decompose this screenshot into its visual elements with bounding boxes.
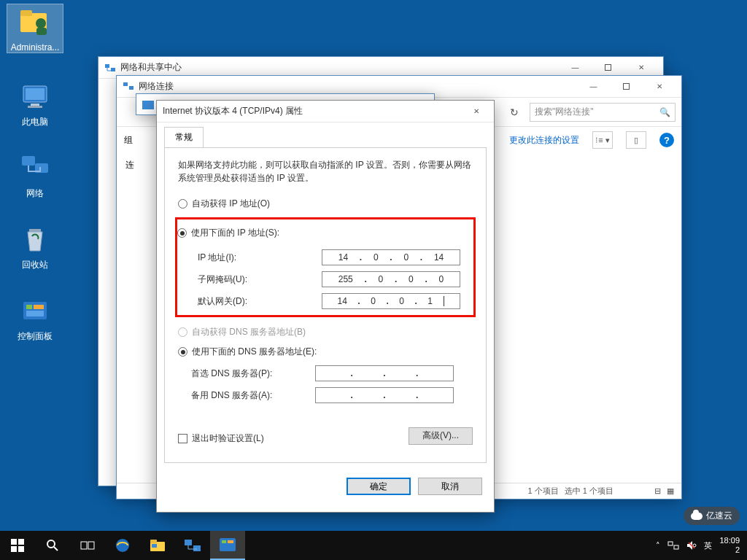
taskbar-ie[interactable]	[105, 531, 140, 560]
tray-network-icon[interactable]	[667, 540, 679, 551]
radio-label: 自动获得 DNS 服务器地址(B)	[192, 326, 306, 338]
svg-rect-7	[28, 106, 42, 108]
default-gateway-input[interactable]: 14. 0. 0. 1	[322, 293, 460, 309]
svg-rect-14	[26, 311, 44, 316]
radio-icon	[177, 228, 187, 238]
dialog-footer: 确定 取消	[157, 470, 494, 507]
radio-use-dns[interactable]: 使用下面的 DNS 服务器地址(E):	[178, 346, 473, 358]
taskbar-network-connections[interactable]	[175, 531, 210, 560]
ok-button[interactable]: 确定	[347, 478, 411, 495]
radio-icon	[178, 199, 187, 209]
radio-use-ip[interactable]: 使用下面的 IP 地址(S):	[177, 227, 466, 239]
radio-icon	[178, 347, 187, 357]
svg-rect-10	[29, 229, 41, 232]
taskbar-clock[interactable]: 18:09 2	[719, 536, 740, 555]
svg-rect-1	[20, 10, 32, 16]
network-center-icon	[104, 62, 116, 74]
advanced-button[interactable]: 高级(V)...	[409, 427, 473, 445]
cloud-icon	[691, 513, 703, 520]
desktop-icon-label: 回收站	[22, 260, 48, 270]
svg-point-38	[693, 544, 696, 547]
svg-point-24	[47, 540, 55, 548]
svg-rect-34	[222, 540, 226, 543]
field-alternate-dns: 备用 DNS 服务器(A): ...	[178, 387, 473, 403]
desktop-icon-recycle-bin[interactable]: 回收站	[7, 222, 63, 270]
watermark: 亿速云	[684, 507, 740, 525]
svg-rect-37	[674, 545, 678, 549]
search-icon: 🔍	[659, 107, 670, 117]
taskbar: ˄ 英 18:09 2	[0, 531, 747, 560]
recycle-bin-icon	[18, 222, 53, 257]
tab-general[interactable]: 常规	[164, 127, 204, 147]
search-placeholder: 搜索"网络连接"	[535, 106, 594, 118]
clock-time: 18:09	[719, 536, 740, 545]
field-ip-address: IP 地址(I): 14. 0. 0. 14	[185, 249, 466, 265]
task-view-button[interactable]	[70, 531, 105, 560]
intro-text: 如果网络支持此功能，则可以获取自动指派的 IP 设置。否则，你需要从网络系统管理…	[178, 158, 473, 184]
checkbox-label: 退出时验证设置(L)	[192, 432, 264, 445]
svg-rect-20	[11, 539, 17, 545]
radio-auto-ip[interactable]: 自动获得 IP 地址(O)	[178, 198, 473, 210]
desktop-icon-control-panel[interactable]: 控制面板	[7, 293, 63, 341]
status-selected-count: 选中 1 个项目	[565, 486, 614, 497]
window-title: 网络连接	[139, 80, 174, 93]
svg-rect-29	[150, 540, 157, 543]
svg-rect-17	[123, 82, 128, 86]
radio-auto-dns: 自动获得 DNS 服务器地址(B)	[178, 326, 473, 338]
preview-pane-button[interactable]: ▯	[626, 131, 646, 149]
checkbox-icon	[178, 434, 187, 443]
taskbar-control-panel[interactable]	[210, 531, 245, 560]
desktop-icon-network[interactable]: 网络	[7, 150, 63, 198]
start-button[interactable]	[0, 531, 35, 560]
checkbox-validate-on-exit[interactable]: 退出时验证设置(L)	[178, 432, 264, 445]
field-label: 子网掩码(U):	[198, 273, 322, 286]
svg-rect-25	[81, 542, 87, 549]
maximize-button[interactable]	[610, 76, 643, 97]
refresh-icon[interactable]: ↻	[503, 101, 525, 123]
close-button[interactable]: ✕	[465, 101, 488, 122]
preferred-dns-input[interactable]: ...	[315, 365, 454, 381]
svg-rect-21	[18, 539, 24, 545]
close-button[interactable]: ✕	[643, 76, 676, 97]
desktop-icon-label: 控制面板	[18, 331, 53, 341]
dialog-title: Internet 协议版本 4 (TCP/IPv4) 属性	[163, 105, 303, 117]
svg-rect-3	[36, 28, 47, 35]
view-large-icon[interactable]: ▦	[667, 486, 674, 496]
cmd-label-partial: 组	[124, 134, 133, 147]
view-details-icon[interactable]: ⊟	[654, 486, 661, 496]
network-icon	[18, 150, 53, 185]
field-label: 默认网关(D):	[198, 295, 322, 308]
svg-rect-30	[152, 544, 157, 548]
search-input[interactable]: 搜索"网络连接" 🔍	[530, 103, 676, 122]
field-label: 备用 DNS 服务器(A):	[191, 389, 315, 402]
titlebar[interactable]: Internet 协议版本 4 (TCP/IPv4) 属性 ✕	[157, 101, 494, 122]
desktop-icon-administrator[interactable]: Administra...	[7, 4, 63, 52]
subnet-mask-input[interactable]: 255. 0. 0. 0	[322, 271, 460, 287]
tray-up-icon[interactable]: ˄	[656, 541, 660, 551]
alternate-dns-input[interactable]: ...	[315, 387, 454, 403]
monitor-icon	[18, 79, 53, 114]
cancel-button[interactable]: 取消	[418, 478, 482, 495]
svg-point-2	[36, 18, 46, 28]
change-connection-settings-link[interactable]: 更改此连接的设置	[509, 134, 579, 147]
field-label: IP 地址(I):	[198, 252, 322, 264]
help-icon[interactable]: ?	[659, 133, 674, 147]
watermark-text: 亿速云	[706, 510, 732, 522]
desktop-icon-label: Administra...	[11, 42, 60, 52]
taskbar-explorer[interactable]	[140, 531, 175, 560]
view-options-button[interactable]: ⁝≡ ▾	[592, 131, 613, 149]
ime-indicator[interactable]: 英	[704, 540, 712, 551]
svg-rect-23	[18, 546, 24, 552]
svg-rect-12	[26, 305, 32, 309]
search-button[interactable]	[35, 531, 70, 560]
svg-rect-13	[34, 305, 44, 309]
tray-volume-icon[interactable]	[686, 540, 697, 551]
dialog-ipv4-properties: Internet 协议版本 4 (TCP/IPv4) 属性 ✕ 常规 如果网络支…	[156, 100, 495, 513]
radio-icon	[178, 327, 187, 337]
svg-rect-15	[105, 64, 109, 68]
ethernet-icon	[142, 99, 154, 111]
clock-date-partial: 2	[719, 545, 740, 555]
ip-address-input[interactable]: 14. 0. 0. 14	[322, 249, 460, 265]
desktop-icon-this-pc[interactable]: 此电脑	[7, 79, 63, 127]
minimize-button[interactable]: —	[577, 76, 610, 97]
